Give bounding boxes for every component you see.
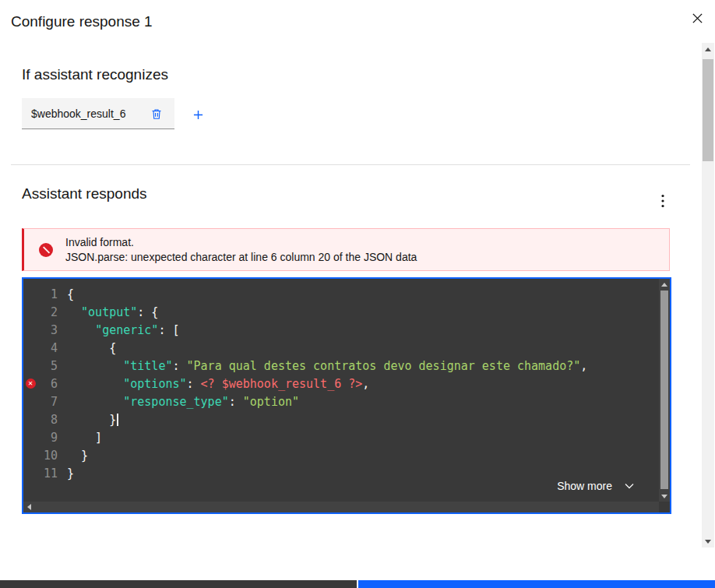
code-line: 3 "generic": [ — [23, 321, 657, 339]
condition-chip[interactable]: $webhook_result_6 — [22, 98, 174, 129]
section-divider — [11, 164, 690, 165]
modal-title: Configure response 1 — [11, 13, 153, 30]
editor-vscroll-thumb[interactable] — [660, 290, 668, 489]
code-line: 8 } — [23, 410, 657, 428]
scroll-down-icon — [705, 540, 711, 544]
code-text: { — [67, 287, 74, 301]
configure-response-dialog: Configure response 1 If assistant recogn… — [0, 0, 715, 588]
line-number: 2 — [37, 305, 58, 319]
modal-footer — [0, 580, 715, 588]
code-text: "options": <? $webhook_result_6 ?>, — [67, 377, 369, 391]
footer-primary-button[interactable] — [358, 580, 715, 588]
scroll-left-icon — [27, 504, 31, 510]
delete-condition-button[interactable] — [148, 105, 165, 122]
page-scroll-down-button[interactable] — [702, 535, 714, 548]
overflow-menu-icon — [661, 194, 664, 208]
line-number: 6 — [37, 377, 58, 391]
line-number: 1 — [37, 287, 58, 301]
code-text: "title": "Para qual destes contratos dev… — [67, 359, 587, 373]
line-number: 10 — [37, 449, 58, 463]
text-cursor — [117, 414, 118, 426]
error-line-marker: ✕ — [23, 379, 37, 389]
error-title: Invalid format. — [65, 235, 417, 250]
line-number: 11 — [37, 467, 58, 481]
page-scrollbar[interactable] — [702, 43, 714, 548]
code-text: "generic": [ — [67, 323, 180, 337]
code-line: 9 ] — [23, 428, 657, 446]
line-number: 5 — [37, 359, 58, 373]
scroll-down-icon — [661, 495, 667, 498]
code-line: 5 "title": "Para qual destes contratos d… — [23, 357, 657, 375]
condition-value: $webhook_result_6 — [31, 107, 125, 120]
error-icon — [39, 243, 53, 257]
code-text: } — [67, 413, 118, 427]
code-line: 1{ — [23, 285, 657, 303]
add-condition-button[interactable] — [187, 104, 209, 125]
error-detail: JSON.parse: unexpected character at line… — [65, 250, 417, 265]
code-text: "response_type": "option" — [67, 395, 299, 409]
scroll-up-icon — [661, 283, 667, 287]
page-scroll-up-button[interactable] — [702, 43, 714, 55]
code-line: 2 "output": { — [23, 303, 657, 321]
line-number: 3 — [37, 323, 58, 337]
json-editor[interactable]: 1{2 "output": {3 "generic": [4 {5 "title… — [22, 277, 671, 514]
error-notification: Invalid format. JSON.parse: unexpected c… — [22, 228, 670, 271]
line-number: 8 — [37, 413, 58, 427]
code-line: ✕6 "options": <? $webhook_result_6 ?>, — [23, 375, 657, 393]
plus-icon — [193, 110, 203, 120]
code-line: 4 { — [23, 339, 657, 357]
code-text: "output": { — [67, 305, 158, 319]
overflow-menu-button[interactable] — [651, 189, 674, 213]
editor-scroll-left-button[interactable] — [23, 502, 34, 512]
editor-vertical-scrollbar[interactable] — [659, 279, 670, 502]
editor-scroll-down-button[interactable] — [659, 491, 670, 502]
code-text: { — [67, 341, 116, 355]
code-line: 10 } — [23, 446, 657, 464]
close-icon — [692, 12, 703, 24]
show-more-label: Show more — [557, 480, 612, 492]
responds-heading: Assistant responds — [22, 185, 147, 202]
line-number: 9 — [37, 431, 58, 445]
recognizes-heading: If assistant recognizes — [22, 66, 168, 83]
close-button[interactable] — [685, 6, 709, 30]
editor-scroll-up-button[interactable] — [659, 279, 670, 290]
line-number: 7 — [37, 395, 58, 409]
code-lines: 1{2 "output": {3 "generic": [4 {5 "title… — [23, 285, 657, 482]
code-text: } — [67, 467, 74, 481]
editor-horizontal-scrollbar[interactable] — [23, 502, 659, 512]
code-line: 7 "response_type": "option" — [23, 393, 657, 410]
scroll-up-icon — [705, 48, 711, 51]
show-more-button[interactable]: Show more — [557, 480, 634, 492]
line-number: 4 — [37, 341, 58, 355]
trash-icon — [150, 107, 163, 120]
code-text: } — [67, 449, 88, 463]
chevron-down-icon — [625, 483, 634, 489]
code-text: ] — [67, 431, 102, 445]
page-scrollbar-thumb[interactable] — [703, 59, 713, 161]
footer-secondary-button[interactable] — [0, 580, 357, 588]
